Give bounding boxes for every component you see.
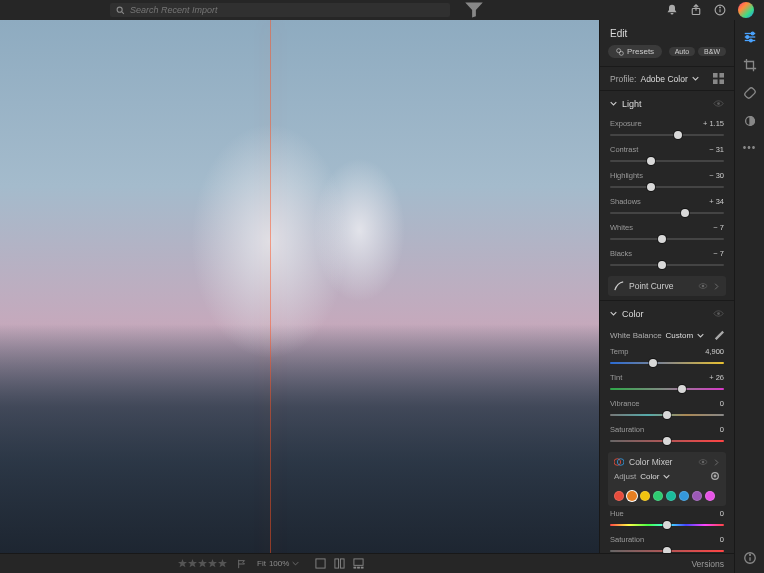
- slider-track[interactable]: [610, 260, 724, 270]
- slider-track[interactable]: [610, 234, 724, 244]
- slider-contrast[interactable]: Contrast− 31: [600, 142, 734, 168]
- slider-whites[interactable]: Whites− 7: [600, 220, 734, 246]
- slider-thumb[interactable]: [663, 437, 671, 445]
- target-adjust-icon[interactable]: [710, 471, 720, 481]
- svg-rect-35: [354, 567, 356, 568]
- edit-sliders-icon[interactable]: [743, 30, 757, 44]
- compare-view-icon[interactable]: [334, 558, 345, 569]
- slider-track[interactable]: [610, 384, 724, 394]
- adjust-row[interactable]: Adjust Color: [614, 467, 720, 485]
- color-swatch[interactable]: [692, 491, 702, 501]
- color-swatch[interactable]: [627, 491, 637, 501]
- star-icon[interactable]: [218, 559, 227, 568]
- slider-label: Hue: [610, 509, 624, 518]
- slider-thumb[interactable]: [658, 261, 666, 269]
- slider-thumb[interactable]: [658, 235, 666, 243]
- color-mixer-header[interactable]: Color Mixer: [614, 457, 720, 467]
- zoom-control[interactable]: Fit 100%: [257, 559, 299, 568]
- slider-track[interactable]: [610, 130, 724, 140]
- slider-thumb[interactable]: [681, 209, 689, 217]
- search-input[interactable]: [130, 5, 444, 15]
- slider-thumb[interactable]: [647, 183, 655, 191]
- color-swatch[interactable]: [653, 491, 663, 501]
- svg-point-13: [702, 285, 705, 288]
- slider-track[interactable]: [610, 436, 724, 446]
- slider-saturation[interactable]: Saturation0: [600, 422, 734, 448]
- slider-track[interactable]: [610, 156, 724, 166]
- slider-track[interactable]: [610, 358, 724, 368]
- bell-icon[interactable]: [666, 4, 678, 16]
- more-tools-icon[interactable]: •••: [743, 142, 757, 153]
- slider-highlights[interactable]: Highlights− 30: [600, 168, 734, 194]
- slider-track[interactable]: [610, 182, 724, 192]
- slider-track[interactable]: [610, 520, 724, 530]
- rating-stars[interactable]: [178, 559, 227, 568]
- profile-label: Profile:: [610, 74, 636, 84]
- view-mode-icons: [315, 558, 364, 569]
- slider-track[interactable]: [610, 410, 724, 420]
- svg-point-23: [751, 32, 754, 35]
- auto-button[interactable]: Auto: [669, 47, 695, 56]
- white-balance-row[interactable]: White Balance Custom: [600, 326, 734, 344]
- slider-hue[interactable]: Hue0: [600, 506, 734, 532]
- eyedropper-icon[interactable]: [714, 330, 724, 340]
- slider-thumb[interactable]: [663, 411, 671, 419]
- chevron-down-icon: [610, 310, 617, 317]
- color-swatch[interactable]: [640, 491, 650, 501]
- profile-grid-icon[interactable]: [713, 73, 724, 84]
- point-curve-button[interactable]: Point Curve: [608, 276, 726, 296]
- color-section-header[interactable]: Color: [600, 300, 734, 326]
- bw-button[interactable]: B&W: [698, 47, 726, 56]
- slider-label: Exposure: [610, 119, 642, 128]
- slider-blacks[interactable]: Blacks− 7: [600, 246, 734, 272]
- presets-label: Presets: [627, 47, 654, 56]
- light-section-header[interactable]: Light: [600, 90, 734, 116]
- presets-button[interactable]: Presets: [608, 45, 662, 58]
- color-swatch[interactable]: [614, 491, 624, 501]
- eye-icon[interactable]: [698, 281, 708, 291]
- adjust-label: Adjust: [614, 472, 636, 481]
- slider-temp[interactable]: Temp4,900: [600, 344, 734, 370]
- search-field[interactable]: [110, 3, 450, 17]
- filmstrip-icon[interactable]: [353, 558, 364, 569]
- flag-icon[interactable]: [237, 559, 247, 569]
- profile-row[interactable]: Profile: Adobe Color: [600, 66, 734, 90]
- eye-icon[interactable]: [713, 98, 724, 109]
- slider-thumb[interactable]: [678, 385, 686, 393]
- mask-icon[interactable]: [743, 114, 757, 128]
- color-swatch[interactable]: [679, 491, 689, 501]
- info-icon[interactable]: [714, 4, 726, 16]
- slider-thumb[interactable]: [663, 521, 671, 529]
- crop-icon[interactable]: [743, 58, 757, 72]
- slider-thumb[interactable]: [647, 157, 655, 165]
- star-icon[interactable]: [208, 559, 217, 568]
- slider-vibrance[interactable]: Vibrance0: [600, 396, 734, 422]
- filter-button[interactable]: [464, 3, 484, 17]
- cloud-sync-icon[interactable]: [738, 2, 754, 18]
- versions-button[interactable]: Versions: [599, 553, 734, 573]
- star-icon[interactable]: [178, 559, 187, 568]
- image-viewport[interactable]: [0, 20, 599, 573]
- info-icon[interactable]: [743, 551, 757, 565]
- slider-exposure[interactable]: Exposure+ 1.15: [600, 116, 734, 142]
- slider-track[interactable]: [610, 208, 724, 218]
- eye-icon[interactable]: [713, 308, 724, 319]
- svg-rect-26: [743, 87, 755, 99]
- star-icon[interactable]: [198, 559, 207, 568]
- svg-point-17: [702, 461, 705, 464]
- slider-shadows[interactable]: Shadows+ 34: [600, 194, 734, 220]
- color-swatch[interactable]: [705, 491, 715, 501]
- share-icon[interactable]: [690, 4, 702, 16]
- chevron-right-icon: [713, 283, 720, 290]
- single-view-icon[interactable]: [315, 558, 326, 569]
- color-swatch[interactable]: [666, 491, 676, 501]
- svg-point-7: [619, 51, 623, 55]
- eye-icon[interactable]: [698, 457, 708, 467]
- edit-title: Edit: [600, 20, 734, 45]
- slider-thumb[interactable]: [649, 359, 657, 367]
- slider-thumb[interactable]: [674, 131, 682, 139]
- star-icon[interactable]: [188, 559, 197, 568]
- slider-tint[interactable]: Tint+ 26: [600, 370, 734, 396]
- healing-icon[interactable]: [743, 86, 757, 100]
- chevron-right-icon: [713, 459, 720, 466]
